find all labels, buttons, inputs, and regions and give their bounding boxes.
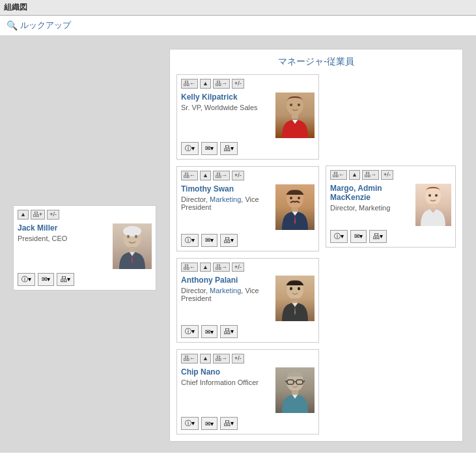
anthony-up-btn[interactable]: ▲	[200, 263, 211, 272]
margo-info-btn[interactable]: ⓘ▾	[330, 230, 348, 243]
lookup-label[interactable]: ルックアップ	[20, 20, 71, 31]
svg-line-22	[303, 381, 305, 382]
svg-point-11	[298, 197, 300, 199]
timothy-org-btn[interactable]: 品▾	[220, 234, 238, 247]
toolbar: 🔍 ルックアップ	[0, 16, 476, 36]
svg-point-3	[135, 235, 137, 238]
svg-rect-27	[430, 204, 436, 208]
chip-info-btn[interactable]: ⓘ▾	[181, 417, 199, 430]
kelly-org-btn[interactable]: 品▾	[220, 142, 238, 155]
margo-name[interactable]: Margo, AdminMacKenzie	[330, 184, 410, 202]
kelly-photo-svg	[275, 93, 315, 138]
anthony-org-btn[interactable]: 品▾	[220, 325, 238, 338]
cards-container: 品← ▲ 品→ +/- Kelly Kilpatrick Sr. VP, Wor…	[176, 74, 456, 435]
jack-org-btn[interactable]: 品+	[31, 210, 45, 220]
kelly-title: Sr. VP, Worldwide Sales	[181, 104, 270, 111]
anthony-marketing-link[interactable]: Marketing	[210, 287, 241, 294]
anthony-name[interactable]: Anthony Palani	[181, 276, 270, 285]
kelly-name[interactable]: Kelly Kilpatrick	[181, 93, 270, 102]
svg-point-24	[425, 187, 441, 205]
section-title: マネージャ-従業員	[176, 56, 456, 68]
chip-title: Chief Information Officer	[181, 378, 270, 386]
anthony-content: Anthony Palani Director, Marketing, Vice…	[181, 276, 315, 321]
main-area: ▲ 品+ +/- Jack Miller President, CEO	[0, 36, 476, 453]
kelly-actions: ⓘ▾ ✉▾ 品▾	[181, 142, 315, 155]
anthony-photo	[275, 276, 315, 321]
svg-rect-23	[292, 390, 298, 395]
kelly-content: Kelly Kilpatrick Sr. VP, Worldwide Sales	[181, 93, 315, 138]
right-spacer	[326, 74, 456, 159]
chip-content: Chip Nano Chief Information Officer	[181, 367, 315, 413]
jack-org-action-btn[interactable]: 品▾	[57, 273, 74, 286]
kelly-right-btn[interactable]: 品→	[213, 79, 230, 89]
timothy-actions: ⓘ▾ ✉▾ 品▾	[181, 234, 315, 247]
manager-employee-box: マネージャ-従業員 品← ▲ 品→ +/- Kel	[169, 49, 463, 442]
svg-point-26	[435, 194, 438, 197]
chip-name[interactable]: Chip Nano	[181, 367, 270, 377]
margo-toolbar: 品← ▲ 品→ +/-	[330, 170, 451, 180]
anthony-right-btn[interactable]: 品→	[213, 263, 230, 272]
timothy-up-btn[interactable]: ▲	[200, 171, 211, 180]
timothy-title-text: Director, Marketing, Vice	[181, 195, 259, 203]
timothy-email-btn[interactable]: ✉▾	[201, 234, 217, 247]
svg-point-2	[127, 235, 130, 238]
timothy-name[interactable]: Timothy Swan	[181, 184, 270, 193]
kelly-up-btn[interactable]: ▲	[200, 79, 211, 89]
svg-rect-16	[292, 298, 298, 303]
timothy-card: 品← ▲ 品→ +/- Timothy Swan Director, Marke…	[176, 166, 319, 251]
margo-org-btn[interactable]: 品▾	[369, 230, 387, 243]
chip-org-btn[interactable]: 品▾	[220, 417, 238, 430]
kelly-info: Kelly Kilpatrick Sr. VP, Worldwide Sales	[181, 93, 270, 113]
svg-point-1	[123, 226, 141, 236]
margo-toggle-btn[interactable]: +/-	[381, 170, 393, 180]
timothy-marketing-link[interactable]: Marketing	[210, 195, 241, 203]
chip-up-btn[interactable]: ▲	[200, 354, 211, 363]
margo-email-btn[interactable]: ✉▾	[350, 230, 367, 243]
anthony-toggle-btn[interactable]: +/-	[232, 263, 244, 272]
kelly-toggle-btn[interactable]: +/-	[232, 79, 244, 89]
jack-actions: ⓘ▾ ✉▾ 品▾	[18, 273, 152, 286]
jack-info: Jack Miller President, CEO	[18, 223, 107, 244]
anthony-info-btn[interactable]: ⓘ▾	[181, 325, 199, 338]
jack-toggle-btn[interactable]: +/-	[47, 210, 59, 220]
timothy-info-btn[interactable]: ⓘ▾	[181, 234, 199, 247]
jack-email-btn[interactable]: ✉▾	[38, 273, 54, 286]
margo-title: Director, Marketing	[330, 204, 410, 212]
margo-right-btn[interactable]: 品→	[362, 170, 379, 180]
kelly-email-btn[interactable]: ✉▾	[201, 142, 217, 155]
chip-right-btn[interactable]: 品→	[213, 354, 230, 363]
chip-left-btn[interactable]: 品←	[181, 354, 198, 363]
anthony-left-btn[interactable]: 品←	[181, 263, 198, 272]
margo-info: Margo, AdminMacKenzie Director, Marketin…	[330, 184, 410, 213]
svg-rect-8	[292, 114, 298, 119]
timothy-left-btn[interactable]: 品←	[181, 171, 198, 180]
jack-card-content: Jack Miller President, CEO	[18, 223, 152, 269]
kelly-card: 品← ▲ 品→ +/- Kelly Kilpatrick Sr. VP, Wor…	[176, 74, 319, 160]
kelly-left-btn[interactable]: 品←	[181, 79, 198, 89]
right-cards: 品← ▲ 品→ +/- Margo, AdminMacKenzie Direct…	[326, 74, 456, 435]
chip-toggle-btn[interactable]: +/-	[232, 354, 244, 363]
timothy-right-btn[interactable]: 品→	[213, 171, 230, 180]
anthony-email-btn[interactable]: ✉▾	[201, 325, 217, 338]
margo-up-btn[interactable]: ▲	[349, 170, 360, 180]
margo-left-btn[interactable]: 品←	[330, 170, 347, 180]
timothy-toggle-btn[interactable]: +/-	[232, 171, 244, 180]
timothy-title-cont: President	[181, 203, 211, 211]
timothy-photo-svg	[275, 184, 315, 230]
left-cards: 品← ▲ 品→ +/- Kelly Kilpatrick Sr. VP, Wor…	[176, 74, 319, 435]
kelly-info-btn[interactable]: ⓘ▾	[181, 142, 199, 155]
jack-card-toolbar: ▲ 品+ +/-	[18, 210, 152, 220]
anthony-title: Director, Marketing, Vice President	[181, 287, 270, 302]
chip-toolbar: 品← ▲ 品→ +/-	[181, 354, 315, 363]
jack-name[interactable]: Jack Miller	[18, 223, 107, 233]
search-icon: 🔍	[7, 20, 18, 31]
margo-photo-svg	[415, 184, 451, 226]
jack-miller-card: ▲ 品+ +/- Jack Miller President, CEO	[13, 205, 156, 291]
svg-point-25	[428, 194, 431, 197]
jack-info-btn[interactable]: ⓘ▾	[18, 273, 35, 286]
manager-employee-section: マネージャ-従業員 品← ▲ 品→ +/- Kel	[169, 49, 463, 440]
jack-up-btn[interactable]: ▲	[18, 210, 29, 220]
chip-photo-svg	[275, 367, 315, 413]
chip-email-btn[interactable]: ✉▾	[201, 417, 217, 430]
timothy-title: Director, Marketing, Vice President	[181, 195, 270, 211]
